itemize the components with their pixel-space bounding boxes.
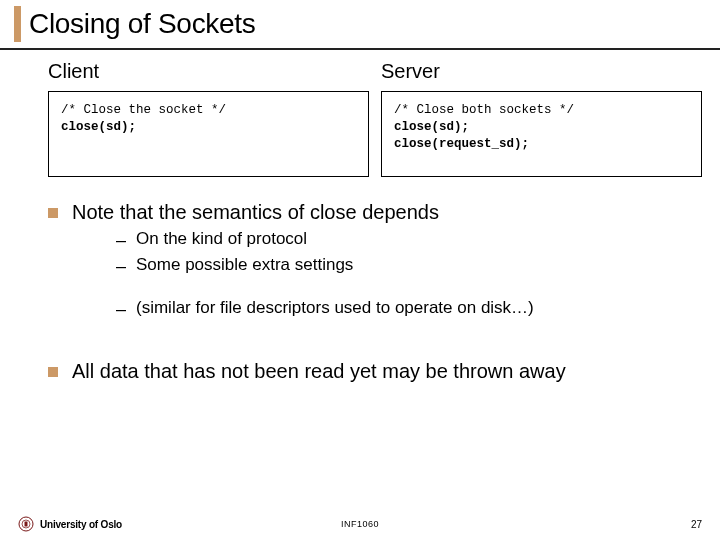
sub-2-text: Some possible extra settings <box>136 255 353 275</box>
server-column: Server /* Close both sockets */ close(sd… <box>381 60 702 177</box>
university-seal-icon <box>18 516 34 532</box>
server-code-call1: close(sd); <box>394 119 689 136</box>
server-codebox: /* Close both sockets */ close(sd); clos… <box>381 91 702 177</box>
university-name: University of Oslo <box>40 519 122 530</box>
slide: Closing of Sockets Client /* Close the s… <box>0 0 720 540</box>
client-heading: Client <box>48 60 369 83</box>
slide-title: Closing of Sockets <box>29 8 256 40</box>
sub-2: – Some possible extra settings <box>116 255 692 278</box>
spacer <box>116 280 692 298</box>
bullet-1-text: Note that the semantics of close depends <box>72 199 439 225</box>
svg-rect-2 <box>25 522 28 527</box>
course-code: INF1060 <box>341 519 379 529</box>
page-number: 27 <box>691 519 702 530</box>
university-wrap: University of Oslo <box>18 516 122 532</box>
square-bullet-icon <box>48 208 58 218</box>
bullet-1: Note that the semantics of close depends <box>48 199 692 225</box>
dash-icon: – <box>116 256 126 278</box>
server-heading: Server <box>381 60 702 83</box>
footer: University of Oslo INF1060 27 <box>0 516 720 532</box>
code-columns: Client /* Close the socket */ close(sd);… <box>0 50 720 177</box>
client-code-comment: /* Close the socket */ <box>61 102 356 119</box>
title-wrap: Closing of Sockets <box>0 0 720 46</box>
spacer-large <box>48 324 692 358</box>
client-column: Client /* Close the socket */ close(sd); <box>48 60 369 177</box>
bullet-1-sublist: – On the kind of protocol – Some possibl… <box>48 229 692 321</box>
sub-3: – (similar for file descriptors used to … <box>116 298 692 321</box>
title-accent-bar <box>14 6 21 42</box>
client-codebox: /* Close the socket */ close(sd); <box>48 91 369 177</box>
bullet-2-text: All data that has not been read yet may … <box>72 358 566 384</box>
sub-3-text: (similar for file descriptors used to op… <box>136 298 534 318</box>
body-block: Note that the semantics of close depends… <box>0 177 720 384</box>
dash-icon: – <box>116 230 126 252</box>
client-code-call: close(sd); <box>61 119 356 136</box>
sub-1-text: On the kind of protocol <box>136 229 307 249</box>
sub-1: – On the kind of protocol <box>116 229 692 252</box>
dash-icon: – <box>116 299 126 321</box>
bullet-2: All data that has not been read yet may … <box>48 358 692 384</box>
square-bullet-icon <box>48 367 58 377</box>
server-code-comment: /* Close both sockets */ <box>394 102 689 119</box>
server-code-call2: close(request_sd); <box>394 136 689 153</box>
